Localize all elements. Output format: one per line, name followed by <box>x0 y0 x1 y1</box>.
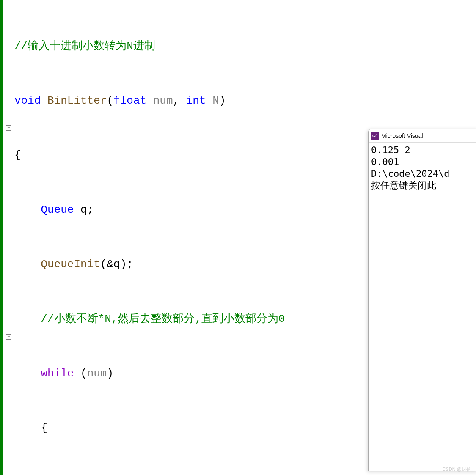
keyword-void: void <box>14 92 41 110</box>
fn-queueinit: QueueInit <box>41 255 100 274</box>
watermark: CSDN @封信 <box>443 466 471 472</box>
comment: //输入十进制小数转为N进制 <box>14 37 155 55</box>
keyword-float: float <box>113 92 146 110</box>
cond: ( <box>80 365 87 383</box>
console-title-text: Microsoft Visual <box>381 132 423 139</box>
console-titlebar[interactable]: C:\ Microsoft Visual <box>369 129 476 143</box>
keyword-while: while <box>41 365 74 383</box>
console-window[interactable]: C:\ Microsoft Visual 0.125 2 0.001 D:\co… <box>368 129 476 471</box>
keyword-int: int <box>186 92 206 110</box>
param-num: num <box>153 92 173 110</box>
vs-icon: C:\ <box>371 132 379 140</box>
fold-gutter <box>3 0 14 475</box>
param-n: N <box>212 92 219 110</box>
console-output[interactable]: 0.125 2 0.001 D:\code\2024\d 按任意键关闭此 <box>369 143 476 193</box>
fold-toggle-icon[interactable] <box>6 334 11 340</box>
var-q: q <box>80 201 87 219</box>
fold-toggle-icon[interactable] <box>6 125 11 131</box>
function-name: BinLitter <box>47 92 107 110</box>
comment: //小数不断*N,然后去整数部分,直到小数部分为0 <box>41 310 285 328</box>
brace-open: { <box>14 146 21 165</box>
args: (&q); <box>100 255 133 274</box>
fold-toggle-icon[interactable] <box>6 25 11 30</box>
type-queue[interactable]: Queue <box>41 201 74 219</box>
